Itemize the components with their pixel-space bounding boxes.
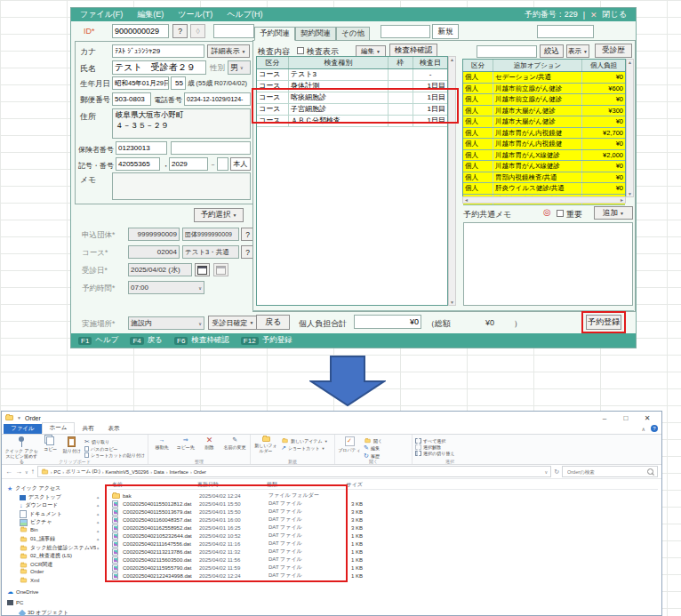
view-button[interactable]: 表示▼	[566, 44, 589, 58]
column-name[interactable]: ∧ 名前	[108, 481, 197, 489]
file-row[interactable]: C0020250402115955790.dat2025/04/02 11:59…	[112, 564, 363, 572]
exam-table-scrollbar[interactable]: ▲▼	[448, 56, 456, 306]
menu-help[interactable]: ヘルプ(H)	[227, 9, 262, 20]
register-button[interactable]: 予約登録	[586, 315, 621, 330]
option-row[interactable]: 個人肝炎ウイルス健診/共通¥0	[463, 183, 625, 195]
menu-file[interactable]: ファイル(F)	[80, 9, 123, 20]
id-sub-field[interactable]	[213, 24, 254, 38]
search-icon[interactable]	[647, 468, 653, 475]
exam-row[interactable]: コースＡＢＣ分類検査1日目	[257, 116, 447, 127]
address-input[interactable]: 岐阜県大垣市小野町 ４－３５－２９	[112, 108, 251, 139]
copy-button[interactable]: コピー	[42, 436, 60, 452]
option-row[interactable]: 個人川越市大腸がん健診¥300	[463, 106, 625, 117]
forward-icon[interactable]: →	[15, 468, 22, 476]
new-id-field[interactable]	[381, 25, 430, 38]
sidebar-item-pc[interactable]: PC	[7, 600, 23, 605]
sidebar-item-bin[interactable]: Bin	[20, 527, 38, 532]
move-to-button[interactable]: →移動先	[151, 436, 172, 450]
chevron-down-icon[interactable]: ▼	[17, 415, 21, 420]
file-row[interactable]: C0020250402105232644.dat2025/04/02 10:52…	[112, 532, 363, 540]
fn-label-help[interactable]: ヘルプ	[95, 335, 118, 346]
option-row[interactable]: 個人セデーション/共通¥0	[463, 72, 625, 84]
crumb-pc[interactable]: PC	[54, 469, 61, 475]
collapse-ribbon-icon[interactable]: ∧	[642, 426, 645, 432]
option-row[interactable]: 個人川越市胃がん内視鏡健¥0	[463, 139, 625, 150]
crumb-data[interactable]: Data	[154, 469, 164, 475]
scroll-left-icon[interactable]: ◄	[464, 197, 469, 203]
branch-input[interactable]	[217, 157, 228, 171]
memo-input[interactable]	[112, 172, 251, 200]
sidebar-item-order[interactable]: Order	[20, 569, 44, 574]
close-icon[interactable]: ✕	[637, 414, 658, 422]
tab-view[interactable]: 表示	[100, 424, 126, 434]
copy-to-button[interactable]: ⇒コピー先	[175, 436, 196, 450]
back-icon[interactable]: ←	[5, 468, 12, 476]
sidebar-item-onedrive[interactable]: ☁OneDrive	[7, 588, 38, 595]
option-row[interactable]: 個人川越市胃がんX線健診¥0	[463, 161, 625, 172]
menu-tools[interactable]: ツール(T)	[178, 9, 212, 20]
crumb-interface[interactable]: Interface	[170, 469, 188, 475]
file-row[interactable]: C0020250402113213786.dat2025/04/02 11:32…	[112, 548, 363, 556]
number-input[interactable]: 2029	[169, 157, 208, 171]
properties-button[interactable]: ✓プロパティ	[338, 436, 361, 452]
scroll-down-icon[interactable]: ▼	[450, 300, 454, 305]
delete-button[interactable]: ✕削除	[199, 436, 220, 450]
t极ab-file[interactable]: ファイル	[4, 424, 42, 434]
option-row[interactable]: 個人胃部内視鏡検査/共通¥0	[463, 172, 625, 184]
column-type[interactable]: 種類	[267, 481, 327, 489]
crumb-volume[interactable]: ボリューム (D:)	[66, 468, 100, 475]
id-input[interactable]: 9000000029	[112, 24, 169, 38]
common-memo-input[interactable]	[463, 222, 633, 306]
option-row[interactable]: 個人川越市胃がん内視鏡健¥2,700	[463, 128, 625, 140]
cut-button[interactable]: ✂切り取り	[84, 438, 145, 445]
time-select[interactable]: 07:00∨	[128, 281, 204, 294]
open-button[interactable]: 開く	[364, 438, 382, 444]
search-box[interactable]	[562, 466, 658, 477]
fn-label-back[interactable]: 戻る	[148, 335, 163, 346]
file-row[interactable]: C0020250402111647556.dat2025/04/02 11:16…	[112, 540, 363, 548]
id-clear-button[interactable]: ◊	[190, 24, 205, 38]
file-row[interactable]: C0020250402115603500.dat2025/04/02 11:56…	[112, 556, 363, 564]
scroll-right-icon[interactable]: ►	[620, 197, 624, 203]
phone-input[interactable]: 0234-12-1029/0124-	[184, 92, 251, 106]
breadcrumb[interactable]: › PC› ボリューム (D:)› KenshinV5_V50296› Data…	[37, 466, 551, 477]
close-button[interactable]: 閉じる	[603, 9, 627, 20]
option-row[interactable]: 個人川越市胃がんX線健診¥2,000	[463, 150, 625, 162]
course-code[interactable]: 02004	[128, 245, 180, 259]
postal-input[interactable]: 503-0803	[112, 92, 151, 106]
copy-path-button[interactable]: パスのコピー	[84, 446, 145, 452]
new-button[interactable]: 新規	[432, 24, 459, 39]
options-table-hscrollbar[interactable]: ◄►	[462, 196, 626, 204]
visit-confirm-button[interactable]: 受診日確定▼	[208, 316, 258, 330]
column-size[interactable]: サイズ	[327, 481, 363, 489]
paste-button[interactable]: 貼り付け	[62, 436, 82, 453]
fn-key-f6[interactable]: F6	[174, 337, 188, 345]
new-folder-button[interactable]: 新しいフォルダー	[253, 436, 278, 453]
kana-input[interactable]: ﾃｽﾄ ｼﾞｭｼﾝｼｬ29	[112, 44, 204, 58]
exam-row[interactable]: コーステスト3-	[257, 69, 447, 81]
maximize-icon[interactable]: □	[615, 414, 637, 422]
file-row[interactable]: bak2025/04/02 12:24ファイル フォルダー	[112, 492, 363, 500]
file-row[interactable]: C0020250401155013679.dat2025/04/01 15:50…	[112, 508, 363, 516]
fn-key-f12[interactable]: F12	[241, 337, 259, 345]
memo-add-button[interactable]: 追加▼	[594, 206, 633, 220]
tab-reservation[interactable]: 予約関連	[254, 27, 295, 41]
help-icon[interactable]: ?	[651, 425, 658, 432]
narrow-button[interactable]: 絞込	[540, 44, 564, 58]
birthdate-input[interactable]: 昭和45年01月29日	[112, 76, 169, 90]
option-filter-input[interactable]	[477, 45, 537, 58]
detail-view-button[interactable]: 詳細表示▼	[207, 44, 250, 58]
sex-select[interactable]: 男∨	[228, 60, 251, 75]
insurer-input[interactable]: 01230013	[116, 141, 167, 155]
search-input[interactable]	[565, 468, 647, 476]
scroll-up-icon[interactable]: ▲	[628, 60, 632, 65]
crumb-kenshin[interactable]: KenshinV5_V50296	[106, 469, 149, 475]
select-none-button[interactable]: 選択解除	[415, 444, 454, 450]
exam-row[interactable]: コース喀痰細胞診1日目	[257, 92, 447, 104]
fn-key-f4[interactable]: F4	[130, 337, 143, 345]
options-table-scrollbar[interactable]: ▲▼	[626, 59, 634, 197]
sidebar-item-desktop[interactable]: デスクトップ	[20, 493, 61, 501]
symbol-input[interactable]: 42055365	[116, 157, 160, 171]
option-row[interactable]: 個人川越市大腸がん健診¥0	[463, 116, 625, 128]
file-row[interactable]: C0020250401160048357.dat2025/04/01 16:00…	[112, 516, 363, 524]
